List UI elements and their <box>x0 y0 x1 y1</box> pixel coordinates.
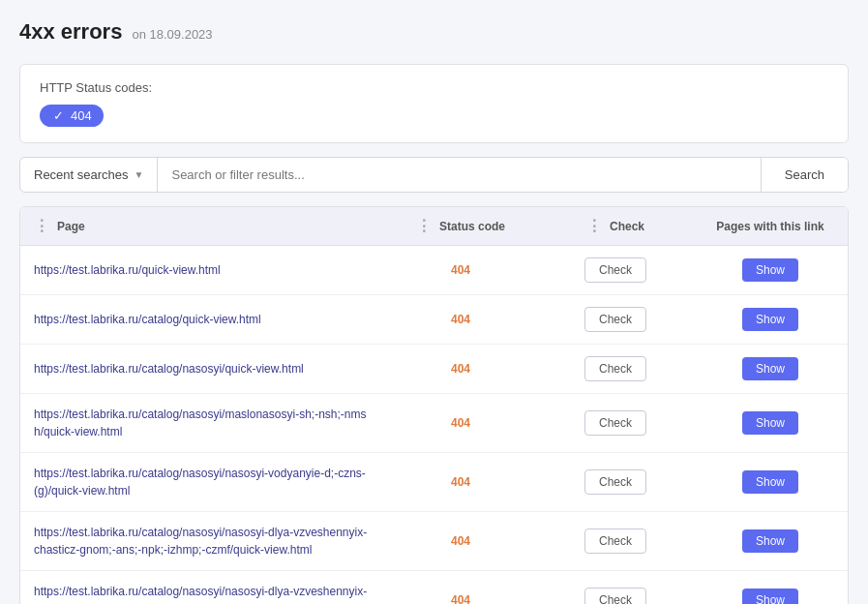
column-menu-icon-status[interactable]: ⋮ <box>416 217 432 235</box>
check-button[interactable]: Check <box>584 469 646 495</box>
cell-show: Show <box>693 247 848 293</box>
table-header: ⋮ Page ⋮ Status code ⋮ Check Pages with … <box>20 207 848 246</box>
search-button[interactable]: Search <box>761 158 848 192</box>
cell-show: Show <box>693 577 848 604</box>
check-icon: ✓ <box>51 109 65 123</box>
col-header-status: ⋮ Status code <box>383 207 538 245</box>
show-button[interactable]: Show <box>742 589 798 604</box>
cell-url: https://test.labrika.ru/quick-view.html <box>20 250 383 290</box>
cell-show: Show <box>693 296 848 343</box>
recent-searches-label: Recent searches <box>34 167 129 182</box>
page-header: 4xx errors on 18.09.2023 <box>19 19 849 45</box>
cell-check: Check <box>538 517 693 565</box>
search-input[interactable] <box>158 158 760 192</box>
show-button[interactable]: Show <box>742 308 798 331</box>
table-row: https://test.labrika.ru/catalog/nasosyi/… <box>20 394 848 453</box>
table-body: https://test.labrika.ru/quick-view.html … <box>20 246 848 604</box>
table-row: https://test.labrika.ru/catalog/nasosyi/… <box>20 571 848 604</box>
table-row: https://test.labrika.ru/catalog/nasosyi/… <box>20 345 848 394</box>
cell-status-code: 404 <box>383 301 538 338</box>
cell-status-code: 404 <box>383 350 538 387</box>
cell-url: https://test.labrika.ru/catalog/nasosyi/… <box>20 394 383 452</box>
table-row: https://test.labrika.ru/catalog/quick-vi… <box>20 295 848 345</box>
table-row: https://test.labrika.ru/catalog/nasosyi/… <box>20 512 848 571</box>
cell-show: Show <box>693 518 848 564</box>
cell-url: https://test.labrika.ru/catalog/nasosyi/… <box>20 348 383 389</box>
cell-status-code: 404 <box>383 464 538 500</box>
status-filter-label: HTTP Status codes: <box>40 80 828 95</box>
column-menu-icon-check[interactable]: ⋮ <box>586 217 602 235</box>
cell-check: Check <box>538 295 693 344</box>
chevron-down-icon: ▼ <box>135 169 144 180</box>
cell-show: Show <box>693 346 848 392</box>
status-filter-card: HTTP Status codes: ✓ 404 <box>19 64 849 143</box>
cell-show: Show <box>693 459 848 505</box>
cell-url: https://test.labrika.ru/catalog/nasosyi/… <box>20 571 383 604</box>
check-button[interactable]: Check <box>584 410 646 436</box>
cell-check: Check <box>538 458 693 506</box>
cell-status-code: 404 <box>383 252 538 288</box>
cell-status-code: 404 <box>383 523 538 559</box>
status-badge-value: 404 <box>71 108 92 123</box>
cell-show: Show <box>693 400 848 446</box>
cell-check: Check <box>538 399 693 447</box>
search-bar: Recent searches ▼ Search <box>19 157 849 193</box>
col-header-check: ⋮ Check <box>538 207 693 245</box>
cell-check: Check <box>538 246 693 294</box>
recent-searches-button[interactable]: Recent searches ▼ <box>20 158 158 192</box>
check-button[interactable]: Check <box>584 307 646 332</box>
show-button[interactable]: Show <box>742 470 798 494</box>
cell-url: https://test.labrika.ru/catalog/nasosyi/… <box>20 453 383 511</box>
page-date: on 18.09.2023 <box>132 27 212 42</box>
cell-status-code: 404 <box>383 405 538 441</box>
cell-check: Check <box>538 576 693 604</box>
cell-url: https://test.labrika.ru/catalog/nasosyi/… <box>20 512 383 570</box>
cell-check: Check <box>538 345 693 393</box>
page-wrapper: 4xx errors on 18.09.2023 HTTP Status cod… <box>0 0 868 604</box>
table-row: https://test.labrika.ru/quick-view.html … <box>20 246 848 295</box>
cell-status-code: 404 <box>383 582 538 604</box>
check-button[interactable]: Check <box>584 257 646 283</box>
col-header-page: ⋮ Page <box>20 207 383 245</box>
check-button[interactable]: Check <box>584 528 646 554</box>
page-title: 4xx errors <box>19 19 122 45</box>
check-button[interactable]: Check <box>584 356 646 381</box>
col-header-pages: Pages with this link <box>693 207 848 245</box>
check-button[interactable]: Check <box>584 588 646 604</box>
status-badge[interactable]: ✓ 404 <box>40 105 104 127</box>
data-table: ⋮ Page ⋮ Status code ⋮ Check Pages with … <box>19 206 849 604</box>
column-menu-icon-page[interactable]: ⋮ <box>34 217 49 235</box>
show-button[interactable]: Show <box>742 529 798 553</box>
table-row: https://test.labrika.ru/catalog/nasosyi/… <box>20 453 848 512</box>
show-button[interactable]: Show <box>742 357 798 380</box>
show-button[interactable]: Show <box>742 258 798 282</box>
cell-url: https://test.labrika.ru/catalog/quick-vi… <box>20 299 383 340</box>
show-button[interactable]: Show <box>742 411 798 435</box>
